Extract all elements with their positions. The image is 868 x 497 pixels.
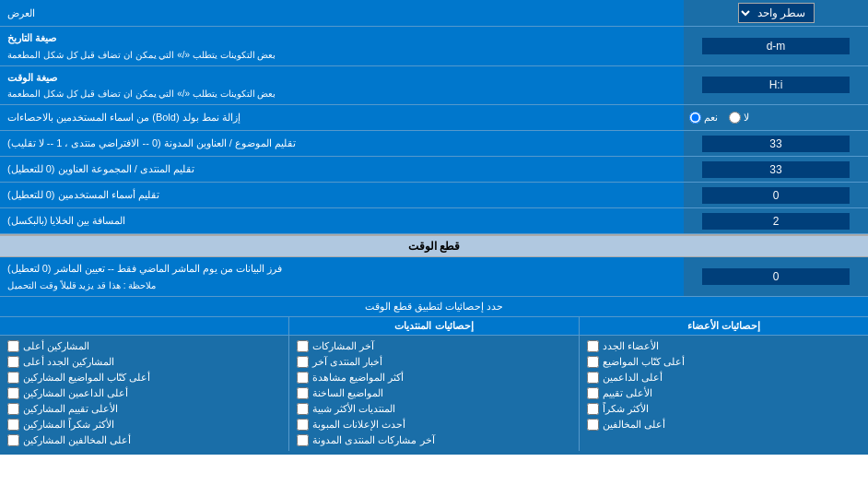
cb-third-1-input[interactable] xyxy=(7,340,19,352)
date-format-label: صيغة التاريخ بعض التكوينات يتطلب «/» الت… xyxy=(0,27,684,65)
cb-members-1-input[interactable] xyxy=(587,340,599,352)
cb-forums-7-input[interactable] xyxy=(297,434,309,446)
cb-forums-6-input[interactable] xyxy=(297,419,309,431)
erz-select[interactable]: سطر واحد xyxy=(738,3,815,23)
erz-label: العرض xyxy=(0,0,684,26)
cb-forums-7[interactable]: آخر مشاركات المنتدى المدونة xyxy=(297,432,570,448)
subject-trim-label: تقليم الموضوع / العناوين المدونة (0 -- ا… xyxy=(0,131,684,156)
forum-trim-input[interactable] xyxy=(702,161,850,178)
third-col: المشاركين أعلى المشاركين الجدد أعلى أعلى… xyxy=(0,336,288,451)
radio-no-label[interactable]: لا xyxy=(729,112,749,124)
cb-third-4-input[interactable] xyxy=(7,387,19,399)
cb-members-4[interactable]: الأعلى تقييم xyxy=(587,385,861,401)
forum-trim-label: تقليم المنتدى / المجموعة العناوين (0 للت… xyxy=(0,157,684,182)
cb-forums-2[interactable]: أخبار المنتدى آخر xyxy=(297,354,570,370)
cutoff-input[interactable] xyxy=(702,268,850,285)
cb-members-5[interactable]: الأكثر شكراً xyxy=(587,401,861,417)
cb-members-2[interactable]: أعلى كتّاب المواضيع xyxy=(587,354,861,370)
members-col: الأعضاء الجدد أعلى كتّاب المواضيع أعلى ا… xyxy=(579,336,868,451)
cb-forums-6[interactable]: أحدث الإعلانات المبوبة xyxy=(297,417,570,432)
cb-members-6-input[interactable] xyxy=(587,419,599,431)
radio-no[interactable] xyxy=(729,112,741,124)
cb-members-6[interactable]: أعلى المخالفين xyxy=(587,417,861,432)
cb-forums-1-input[interactable] xyxy=(297,340,309,352)
cb-third-2-input[interactable] xyxy=(7,356,19,368)
cb-members-3[interactable]: أعلى الداعمين xyxy=(587,370,861,385)
cb-forums-2-input[interactable] xyxy=(297,356,309,368)
cb-members-1[interactable]: الأعضاء الجدد xyxy=(587,338,861,354)
section-cutoff-header: قطع الوقت xyxy=(0,234,868,257)
bold-label: إزالة نمط بولد (Bold) من اسماء المستخدمي… xyxy=(0,105,684,130)
subject-trim-input[interactable] xyxy=(702,136,850,152)
cb-forums-1[interactable]: آخر المشاركات xyxy=(297,338,570,354)
cb-forums-3[interactable]: أكثر المواضيع مشاهدة xyxy=(297,370,570,385)
cb-forums-3-input[interactable] xyxy=(297,372,309,384)
cb-third-7-input[interactable] xyxy=(7,434,19,446)
cb-third-2[interactable]: المشاركين الجدد أعلى xyxy=(7,354,281,370)
cb-forums-4-input[interactable] xyxy=(297,387,309,399)
header-members: إحصائيات الأعضاء xyxy=(579,317,868,335)
cb-third-3-input[interactable] xyxy=(7,372,19,384)
cb-third-5-input[interactable] xyxy=(7,403,19,415)
radio-yes[interactable] xyxy=(689,112,701,124)
cb-third-4[interactable]: أعلى الداعمين المشاركين xyxy=(7,385,281,401)
username-trim-input[interactable] xyxy=(702,187,850,204)
cb-third-7[interactable]: أعلى المخالفين المشاركين xyxy=(7,432,281,448)
forums-col: آخر المشاركات أخبار المنتدى آخر أكثر الم… xyxy=(288,336,578,451)
cb-members-5-input[interactable] xyxy=(587,403,599,415)
header-third xyxy=(0,317,288,335)
time-format-label: صيغة الوقت بعض التكوينات يتطلب «/» التي … xyxy=(0,66,684,105)
header-forums: إحصائيات المنتديات xyxy=(288,317,578,335)
cb-members-2-input[interactable] xyxy=(587,356,599,368)
cb-forums-5[interactable]: المنتديات الأكثر شبية xyxy=(297,401,570,417)
cb-third-5[interactable]: الأعلى تقييم المشاركين xyxy=(7,401,281,417)
cutoff-label: فرز البيانات من يوم الماشر الماضي فقط --… xyxy=(0,257,684,296)
cb-members-4-input[interactable] xyxy=(587,387,599,399)
cb-third-3[interactable]: أعلى كتّاب المواضيع المشاركين xyxy=(7,370,281,385)
cell-distance-label: المسافة بين الخلايا (بالبكسل) xyxy=(0,208,684,233)
cb-third-1[interactable]: المشاركين أعلى xyxy=(7,338,281,354)
cb-third-6-input[interactable] xyxy=(7,419,19,431)
radio-yes-label[interactable]: نعم xyxy=(689,112,718,124)
filter-label: حدد إحصائيات لتطبيق قطع الوقت xyxy=(0,297,868,316)
cb-members-3-input[interactable] xyxy=(587,372,599,384)
date-format-input[interactable] xyxy=(702,38,850,54)
time-format-input[interactable] xyxy=(702,77,850,93)
cb-third-6[interactable]: الأكثر شكراً المشاركين xyxy=(7,417,281,432)
cb-forums-5-input[interactable] xyxy=(297,403,309,415)
username-trim-label: تقليم أسماء المستخدمين (0 للتعطيل) xyxy=(0,183,684,207)
cell-distance-input[interactable] xyxy=(702,213,850,230)
cb-forums-4[interactable]: المواضيع الساخنة xyxy=(297,385,570,401)
